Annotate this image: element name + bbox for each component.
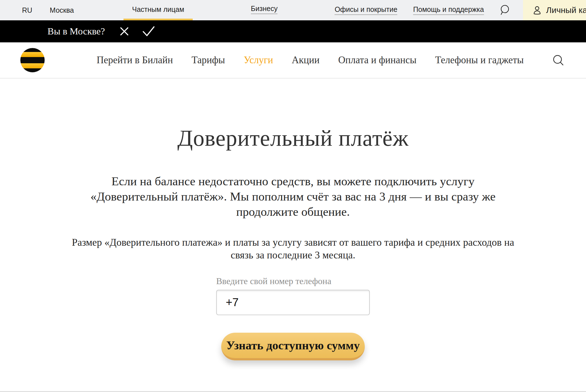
check-amount-button[interactable]: Узнать доступную сумму <box>221 333 365 360</box>
nav-item-go-to-beeline[interactable]: Перейти в Билайн <box>97 55 173 66</box>
top-utility-bar: RU Москва Частным лицам Бизнесу Офисы и … <box>0 0 586 20</box>
location-dismiss-button[interactable] <box>118 25 131 38</box>
city-selector[interactable]: Москва <box>50 0 74 20</box>
nav-item-payment-finance[interactable]: Оплата и финансы <box>338 55 416 66</box>
tab-private-customers-label: Частным лицам <box>132 5 184 14</box>
link-help-support[interactable]: Помощь и поддержка <box>413 0 484 20</box>
location-question: Вы в Москве? <box>47 26 105 37</box>
link-offices-coverage[interactable]: Офисы и покрытие <box>335 0 397 20</box>
beeline-services-page: { "topbar": { "language": "RU", "city": … <box>0 0 586 392</box>
description-line: продолжите общение. <box>0 204 586 219</box>
topbar-search-button[interactable] <box>499 0 510 20</box>
search-icon <box>499 4 510 16</box>
tab-business-label: Бизнесу <box>251 5 278 14</box>
service-description: Если на балансе недостаточно средств, вы… <box>0 174 586 220</box>
nav-item-promotions[interactable]: Акции <box>292 55 320 66</box>
nav-item-tariffs[interactable]: Тарифы <box>192 55 225 66</box>
nav-item-phones-gadgets[interactable]: Телефоны и гаджеты <box>435 55 524 66</box>
tab-business[interactable]: Бизнесу <box>242 0 286 20</box>
description-line: «Доверительный платёж». Мы пополним счёт… <box>0 189 586 204</box>
account-button-label: Личный кабинет <box>546 5 586 15</box>
location-banner: Вы в Москве? <box>0 20 586 42</box>
main-header: Перейти в Билайн Тарифы Услуги Акции Опл… <box>0 42 586 79</box>
tab-private-customers[interactable]: Частным лицам <box>123 0 192 20</box>
close-icon <box>118 25 131 38</box>
phone-input-label: Введите свой номер телефона <box>216 276 370 286</box>
search-icon <box>552 54 565 66</box>
service-note: Размер «Доверительного платежа» и платы … <box>0 236 586 262</box>
note-line: связь за последние 3 месяца. <box>0 249 586 262</box>
person-icon <box>532 5 542 15</box>
header-search-button[interactable] <box>552 54 565 66</box>
service-content: Доверительный платёж Если на балансе нед… <box>0 125 586 360</box>
phone-form: Введите свой номер телефона <box>216 276 370 315</box>
main-navigation: Перейти в Билайн Тарифы Услуги Акции Опл… <box>97 55 524 66</box>
link-offices-coverage-label: Офисы и покрытие <box>335 5 397 15</box>
language-switcher[interactable]: RU <box>22 0 32 20</box>
note-line: Размер «Доверительного платежа» и платы … <box>0 236 586 249</box>
check-icon <box>141 25 156 38</box>
account-button[interactable]: Личный кабинет <box>523 0 586 20</box>
phone-input[interactable] <box>216 290 370 315</box>
description-line: Если на балансе недостаточно средств, вы… <box>0 174 586 189</box>
page-title: Доверительный платёж <box>0 125 586 151</box>
location-confirm-button[interactable] <box>141 25 156 38</box>
link-help-support-label: Помощь и поддержка <box>413 5 484 15</box>
nav-item-services[interactable]: Услуги <box>244 55 273 66</box>
beeline-logo[interactable] <box>20 48 45 72</box>
